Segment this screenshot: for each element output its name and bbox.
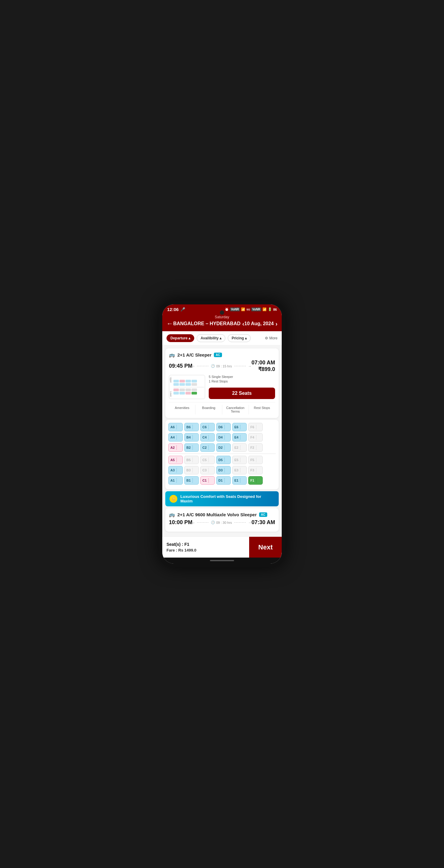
seat-layout-preview: Upper [169, 375, 205, 399]
seat-A5[interactable]: A5 [168, 456, 183, 464]
seat-F1[interactable]: F1 [248, 476, 263, 485]
seat-B5[interactable]: B5 [184, 456, 199, 464]
seat-B6[interactable]: B6 [184, 423, 199, 431]
bus-type-name: 2+1 A/C Sleeper [177, 352, 211, 358]
arrive-info: 07:00 AM ₹899.0 [251, 360, 275, 373]
seat-D1[interactable]: D1 [216, 476, 231, 485]
back-button[interactable]: ← [167, 320, 173, 328]
seat-D5[interactable]: D5 [216, 456, 231, 464]
route-label: BANGALORE – HYDERABAD ‹ [173, 320, 244, 327]
departure-filter[interactable]: Departure ▴ [167, 334, 194, 342]
seats-button[interactable]: 22 Seats [209, 388, 275, 399]
bus-info-right: 5 Single Sleeper 1 Rest Stops 22 Seats [209, 375, 275, 399]
arrow-icon-2: → [248, 521, 251, 524]
seat-C5[interactable]: C5 [200, 456, 215, 464]
duration-dashes-4 [234, 522, 246, 523]
depart-time: 09:45 PM [169, 363, 193, 369]
upper-row-3: A2 B2 C2 D2 E2 F2 [168, 443, 276, 452]
bus-type-name-2: 2+1 A/C 9600 Multiaxle Volvo Sleeper [177, 512, 257, 517]
seat-F6[interactable]: F6 [248, 423, 263, 431]
seat-E1[interactable]: E1 [232, 476, 247, 485]
origin-dot: ○ [193, 364, 195, 368]
seat-A6[interactable]: A6 [168, 423, 183, 431]
bus-type-row-2: 🚌 2+1 A/C 9600 Multiaxle Volvo Sleeper A… [169, 512, 275, 518]
seat-A3[interactable]: A3 [168, 466, 183, 474]
app-header: Saturday ← BANGALORE – HYDERABAD ‹ 10 Au… [162, 313, 282, 331]
header-date: Saturday [167, 315, 277, 319]
seat-E6[interactable]: E6 [232, 423, 247, 431]
depart-time-2: 10:00 PM [169, 519, 193, 526]
selected-seats-label: Seat(s) : F1 [167, 542, 245, 547]
seat-F5[interactable]: F5 [248, 456, 263, 464]
seat-E4[interactable]: E4 [232, 433, 247, 441]
seat-C3[interactable]: C3 [200, 466, 215, 474]
ac-badge: AC [214, 352, 222, 357]
prev-date-button[interactable]: ‹ [242, 320, 244, 327]
route-text: BANGALORE – HYDERABAD [173, 321, 240, 327]
seat-B2[interactable]: B2 [184, 443, 199, 452]
seat-C2[interactable]: C2 [200, 443, 215, 452]
seat-D2[interactable]: D2 [216, 443, 231, 452]
seat-C1[interactable]: C1 [200, 476, 215, 485]
seat-C6[interactable]: C6 [200, 423, 215, 431]
mic-icon: 🎤 [180, 307, 185, 312]
home-indicator [162, 558, 282, 564]
upper-row-1: A6 B6 C6 D6 E6 F6 [168, 423, 276, 431]
more-filters[interactable]: ⚙ More [265, 336, 277, 340]
fare-value: : Rs 1499.0 [176, 548, 196, 553]
tab-rest-stops[interactable]: Rest Stops [249, 405, 275, 414]
duration-dashes [197, 366, 208, 366]
duration-dashes-2 [234, 366, 246, 366]
arrow-icon: → [248, 364, 251, 368]
phone-screen: 12:06 🎤 ⏰ VoNR 📶 5G VoNR 📶 🔋 86 Saturday… [162, 304, 282, 564]
seat-A4[interactable]: A4 [168, 433, 183, 441]
upper-row-2: A4 B4 C4 D4 E4 F4 [168, 433, 276, 441]
main-content: 🚌 2+1 A/C Sleeper AC 09:45 PM ○ 🕐 09 : 1… [162, 345, 282, 536]
bus-details-row: Upper [169, 375, 275, 399]
seat-A1[interactable]: A1 [168, 476, 183, 485]
arrive-time: 07:00 AM [251, 360, 275, 366]
tab-amenities[interactable]: Amenities [169, 405, 196, 414]
pricing-filter[interactable]: Pricing ▴ [228, 334, 250, 342]
availability-filter[interactable]: Availibility ▴ [197, 334, 225, 342]
bus-icon-2: 🚌 [169, 512, 175, 518]
seat-B4[interactable]: B4 [184, 433, 199, 441]
lower-row-1: A5 B5 C5 D5 E5 F5 [168, 456, 276, 464]
seat-D4[interactable]: D4 [216, 433, 231, 441]
seat-F3[interactable]: F3 [248, 466, 263, 474]
seat-B3[interactable]: B3 [184, 466, 199, 474]
origin-dot-2: ○ [193, 521, 195, 524]
filter-bar: Departure ▴ Availibility ▴ Pricing ▴ ⚙ M… [162, 331, 282, 345]
seat-D6[interactable]: D6 [216, 423, 231, 431]
fare-heading: Fare [167, 548, 175, 553]
seat-C4[interactable]: C4 [200, 433, 215, 441]
tab-cancellation[interactable]: Cancellation Terms [222, 405, 249, 414]
header-nav: ← BANGALORE – HYDERABAD ‹ 10 Aug, 2024 › [167, 320, 277, 328]
lower-label: Lower [170, 391, 172, 397]
seat-F2[interactable]: F2 [248, 443, 263, 452]
next-date-button[interactable]: › [275, 320, 277, 327]
seat-D3[interactable]: D3 [216, 466, 231, 474]
seat-A2[interactable]: A2 [168, 443, 183, 452]
signal-bars1: 📶 [241, 307, 245, 311]
next-button[interactable]: Next [249, 537, 282, 558]
coin-emoji: 🪙 [171, 496, 176, 501]
seat-map: A6 B6 C6 D6 E6 F6 A4 B4 C4 D4 E4 F4 A2 [165, 420, 279, 490]
signal-vonr2: VoNR [251, 307, 261, 311]
tab-boarding[interactable]: Boarding [196, 405, 222, 414]
signal-bars2: 📶 [262, 307, 267, 311]
seat-E2[interactable]: E2 [232, 443, 247, 452]
seat-F4[interactable]: F4 [248, 433, 263, 441]
seat-E3[interactable]: E3 [232, 466, 247, 474]
fare-display: ₹899.0 [251, 366, 275, 373]
bus-card-1: 🚌 2+1 A/C Sleeper AC 09:45 PM ○ 🕐 09 : 1… [165, 348, 279, 418]
seat-B1[interactable]: B1 [184, 476, 199, 485]
seat-E5[interactable]: E5 [232, 456, 247, 464]
bus-tabs: Amenities Boarding Cancellation Terms Re… [169, 402, 275, 414]
rest-stops: 1 Rest Stops [209, 379, 275, 383]
time-row-2: 10:00 PM ○ 🕐 09 : 30 hrs → 07:30 AM [169, 519, 275, 526]
stops-info: 5 Single Sleeper 1 Rest Stops [209, 375, 275, 383]
more-label: More [269, 336, 277, 340]
upper-lower-divider [168, 454, 276, 454]
ac-badge-2: AC [259, 513, 267, 517]
